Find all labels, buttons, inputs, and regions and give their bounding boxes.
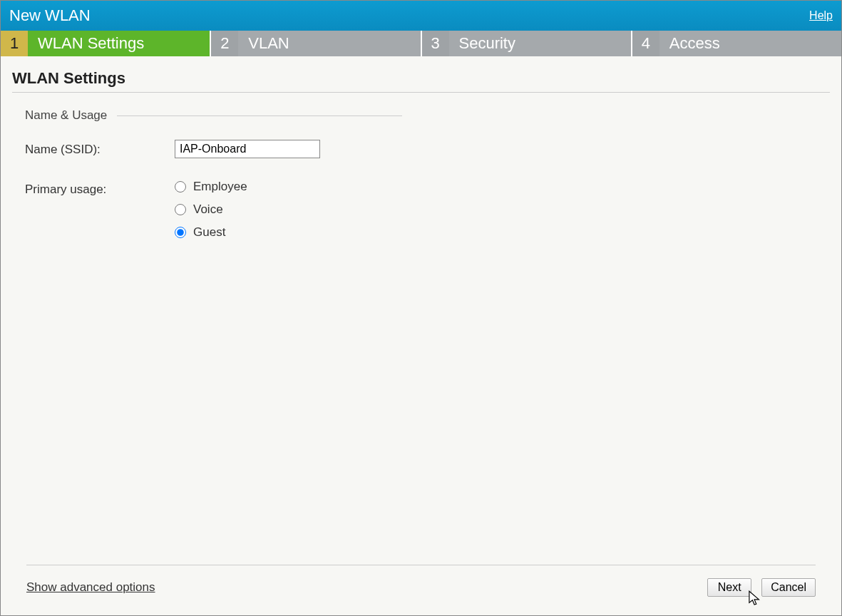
fieldset-divider — [117, 115, 402, 116]
radio-voice-input[interactable] — [175, 204, 186, 215]
radio-guest[interactable]: Guest — [175, 225, 247, 240]
step-label: Access — [659, 34, 720, 53]
footer: Show advanced options Next Cancel — [12, 565, 830, 610]
step-number: 1 — [1, 31, 28, 56]
form-area: Name & Usage Name (SSID): Primary usage:… — [12, 93, 830, 565]
content-area: WLAN Settings Name & Usage Name (SSID): … — [1, 56, 841, 615]
step-number: 4 — [632, 31, 659, 56]
radio-voice-label: Voice — [193, 202, 223, 217]
name-label: Name (SSID): — [25, 140, 175, 158]
button-group: Next Cancel — [707, 578, 816, 597]
step-label: VLAN — [238, 34, 289, 53]
step-vlan[interactable]: 2 VLAN — [211, 31, 421, 56]
help-link[interactable]: Help — [809, 9, 833, 22]
radio-employee-label: Employee — [193, 180, 247, 194]
step-label: Security — [449, 34, 515, 53]
step-number: 3 — [422, 31, 449, 56]
dialog-title: New WLAN — [9, 6, 91, 25]
next-button[interactable]: Next — [707, 578, 751, 597]
radio-employee[interactable]: Employee — [175, 180, 247, 194]
new-wlan-dialog: New WLAN Help 1 WLAN Settings 2 VLAN 3 S… — [0, 0, 842, 616]
footer-divider — [26, 565, 816, 565]
usage-label: Primary usage: — [25, 180, 175, 240]
usage-radio-group: Employee Voice Guest — [175, 180, 247, 240]
radio-employee-input[interactable] — [175, 181, 186, 192]
wizard-steps: 1 WLAN Settings 2 VLAN 3 Security 4 Acce… — [1, 31, 841, 56]
radio-voice[interactable]: Voice — [175, 202, 247, 217]
radio-guest-label: Guest — [193, 225, 225, 240]
step-security[interactable]: 3 Security — [422, 31, 632, 56]
footer-row: Show advanced options Next Cancel — [26, 578, 816, 597]
fieldset-legend-row: Name & Usage — [25, 108, 817, 123]
step-label: WLAN Settings — [28, 34, 144, 53]
titlebar: New WLAN Help — [1, 1, 841, 31]
row-primary-usage: Primary usage: Employee Voice Guest — [25, 180, 817, 240]
section-title: WLAN Settings — [12, 69, 830, 93]
step-number: 2 — [211, 31, 238, 56]
advanced-options-link[interactable]: Show advanced options — [26, 580, 155, 595]
radio-guest-input[interactable] — [175, 227, 186, 238]
cancel-button[interactable]: Cancel — [761, 578, 816, 597]
ssid-input[interactable] — [175, 140, 320, 158]
row-name: Name (SSID): — [25, 140, 817, 158]
step-wlan-settings[interactable]: 1 WLAN Settings — [1, 31, 211, 56]
step-access[interactable]: 4 Access — [632, 31, 841, 56]
fieldset-legend: Name & Usage — [25, 108, 117, 123]
